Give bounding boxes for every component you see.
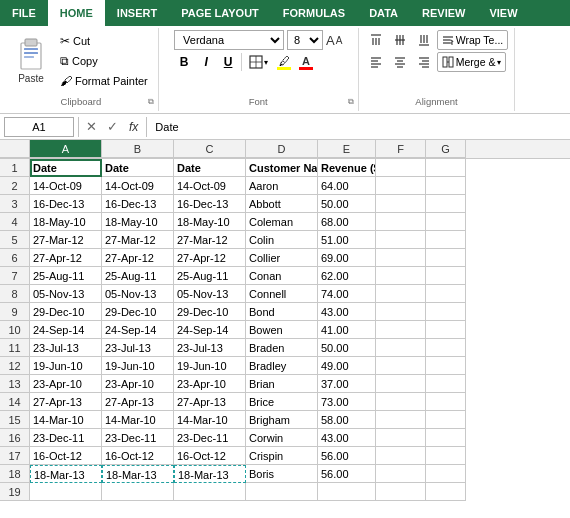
cell-B9[interactable]: 29-Dec-10	[102, 303, 174, 321]
cell-G2[interactable]	[426, 177, 466, 195]
tab-data[interactable]: DATA	[357, 0, 410, 26]
cell-E10[interactable]: 41.00	[318, 321, 376, 339]
cell-C11[interactable]: 23-Jul-13	[174, 339, 246, 357]
row-header-1[interactable]: 1	[0, 159, 30, 177]
cell-D18[interactable]: Boris	[246, 465, 318, 483]
cell-C18[interactable]: 18-Mar-13	[174, 465, 246, 483]
cell-G5[interactable]	[426, 231, 466, 249]
cell-C19[interactable]	[174, 483, 246, 501]
cell-G9[interactable]	[426, 303, 466, 321]
format-painter-button[interactable]: 🖌 Format Painter	[56, 72, 152, 90]
cell-A3[interactable]: 16-Dec-13	[30, 195, 102, 213]
row-header-7[interactable]: 7	[0, 267, 30, 285]
cell-G19[interactable]	[426, 483, 466, 501]
cell-E12[interactable]: 49.00	[318, 357, 376, 375]
cell-E4[interactable]: 68.00	[318, 213, 376, 231]
cell-D8[interactable]: Connell	[246, 285, 318, 303]
cell-F8[interactable]	[376, 285, 426, 303]
row-header-4[interactable]: 4	[0, 213, 30, 231]
col-header-g[interactable]: G	[426, 140, 466, 158]
cell-B3[interactable]: 16-Dec-13	[102, 195, 174, 213]
tab-page-layout[interactable]: PAGE LAYOUT	[169, 0, 271, 26]
row-header-10[interactable]: 10	[0, 321, 30, 339]
row-header-8[interactable]: 8	[0, 285, 30, 303]
cell-A19[interactable]	[30, 483, 102, 501]
cell-D3[interactable]: Abbott	[246, 195, 318, 213]
cell-B17[interactable]: 16-Oct-12	[102, 447, 174, 465]
cell-F6[interactable]	[376, 249, 426, 267]
cell-G8[interactable]	[426, 285, 466, 303]
font-color-button[interactable]: A	[296, 52, 316, 72]
decrease-font-size-button[interactable]: A	[336, 35, 343, 46]
align-bottom-button[interactable]	[413, 30, 435, 50]
cell-A12[interactable]: 19-Jun-10	[30, 357, 102, 375]
bold-button[interactable]: B	[174, 52, 194, 72]
cell-B1[interactable]: Date	[102, 159, 174, 177]
cell-A17[interactable]: 16-Oct-12	[30, 447, 102, 465]
cell-C16[interactable]: 23-Dec-11	[174, 429, 246, 447]
cell-G1[interactable]	[426, 159, 466, 177]
row-header-14[interactable]: 14	[0, 393, 30, 411]
cell-G4[interactable]	[426, 213, 466, 231]
cell-B5[interactable]: 27-Mar-12	[102, 231, 174, 249]
cell-D9[interactable]: Bond	[246, 303, 318, 321]
cell-A6[interactable]: 27-Apr-12	[30, 249, 102, 267]
cell-G11[interactable]	[426, 339, 466, 357]
cell-E19[interactable]	[318, 483, 376, 501]
cell-B14[interactable]: 27-Apr-13	[102, 393, 174, 411]
cell-G15[interactable]	[426, 411, 466, 429]
row-header-9[interactable]: 9	[0, 303, 30, 321]
cell-D19[interactable]	[246, 483, 318, 501]
row-header-2[interactable]: 2	[0, 177, 30, 195]
cell-F15[interactable]	[376, 411, 426, 429]
cell-A18[interactable]: 18-Mar-13	[30, 465, 102, 483]
cell-A5[interactable]: 27-Mar-12	[30, 231, 102, 249]
cell-A13[interactable]: 23-Apr-10	[30, 375, 102, 393]
cell-G16[interactable]	[426, 429, 466, 447]
cell-reference-input[interactable]	[4, 117, 74, 137]
cell-D15[interactable]: Brigham	[246, 411, 318, 429]
cell-B2[interactable]: 14-Oct-09	[102, 177, 174, 195]
col-header-b[interactable]: B	[102, 140, 174, 158]
cell-A4[interactable]: 18-May-10	[30, 213, 102, 231]
tab-home[interactable]: HOME	[48, 0, 105, 26]
cell-F17[interactable]	[376, 447, 426, 465]
cell-A9[interactable]: 29-Dec-10	[30, 303, 102, 321]
cell-D5[interactable]: Colin	[246, 231, 318, 249]
row-header-19[interactable]: 19	[0, 483, 30, 501]
tab-insert[interactable]: INSERT	[105, 0, 169, 26]
cell-F12[interactable]	[376, 357, 426, 375]
cell-F16[interactable]	[376, 429, 426, 447]
copy-button[interactable]: ⧉ Copy	[56, 52, 152, 70]
align-left-button[interactable]	[365, 52, 387, 72]
confirm-formula-button[interactable]: ✓	[104, 119, 121, 134]
cell-G13[interactable]	[426, 375, 466, 393]
tab-view[interactable]: VIEW	[477, 0, 529, 26]
cell-G6[interactable]	[426, 249, 466, 267]
cell-B15[interactable]: 14-Mar-10	[102, 411, 174, 429]
cell-C8[interactable]: 05-Nov-13	[174, 285, 246, 303]
cell-C17[interactable]: 16-Oct-12	[174, 447, 246, 465]
cell-D11[interactable]: Braden	[246, 339, 318, 357]
cell-A2[interactable]: 14-Oct-09	[30, 177, 102, 195]
row-header-17[interactable]: 17	[0, 447, 30, 465]
cell-B10[interactable]: 24-Sep-14	[102, 321, 174, 339]
cell-C4[interactable]: 18-May-10	[174, 213, 246, 231]
cell-D7[interactable]: Conan	[246, 267, 318, 285]
borders-button[interactable]: ▾	[245, 52, 272, 72]
cell-A11[interactable]: 23-Jul-13	[30, 339, 102, 357]
tab-file[interactable]: FILE	[0, 0, 48, 26]
cell-E16[interactable]: 43.00	[318, 429, 376, 447]
cell-F11[interactable]	[376, 339, 426, 357]
align-right-button[interactable]	[413, 52, 435, 72]
cell-E11[interactable]: 50.00	[318, 339, 376, 357]
formula-input[interactable]	[151, 117, 566, 137]
cell-B4[interactable]: 18-May-10	[102, 213, 174, 231]
cell-C3[interactable]: 16-Dec-13	[174, 195, 246, 213]
cell-G14[interactable]	[426, 393, 466, 411]
cancel-formula-button[interactable]: ✕	[83, 119, 100, 134]
cell-D13[interactable]: Brian	[246, 375, 318, 393]
cell-B11[interactable]: 23-Jul-13	[102, 339, 174, 357]
cell-B8[interactable]: 05-Nov-13	[102, 285, 174, 303]
cell-B19[interactable]	[102, 483, 174, 501]
